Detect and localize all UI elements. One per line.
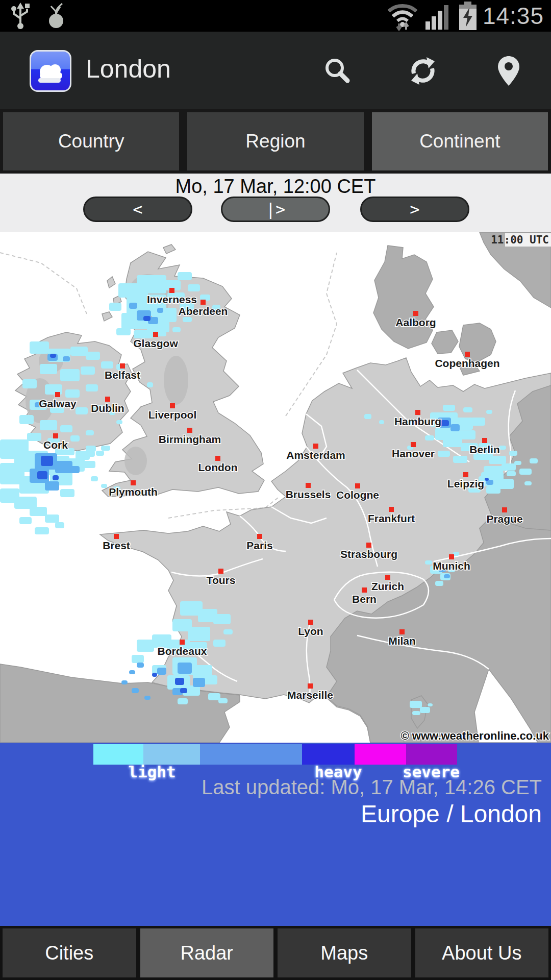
city-label: Milan bbox=[388, 635, 416, 647]
rain-cell-light bbox=[81, 366, 95, 375]
city-label: Dublin bbox=[91, 402, 124, 414]
rain-cell-heavy bbox=[441, 420, 449, 426]
rain-cell-light bbox=[101, 361, 113, 369]
rain-cell-light bbox=[425, 435, 434, 440]
rain-cell-light bbox=[76, 451, 90, 460]
location-pin-icon[interactable] bbox=[493, 55, 524, 87]
legend-swatch-moderate-rain bbox=[200, 744, 302, 765]
city-marker bbox=[201, 300, 206, 305]
play-animation-button[interactable]: |> bbox=[221, 197, 330, 222]
tab-continent[interactable]: Continent bbox=[372, 112, 548, 170]
rain-cell-light bbox=[30, 341, 49, 354]
legend-swatch-very-heavy-rain bbox=[355, 744, 406, 765]
rain-cell-light bbox=[489, 456, 506, 464]
city-label: Paris bbox=[246, 540, 272, 551]
previous-frame-button[interactable]: < bbox=[83, 197, 192, 222]
city-marker bbox=[362, 587, 367, 593]
rain-cell-heavy bbox=[485, 478, 489, 481]
rain-cell-light bbox=[435, 581, 443, 586]
tab-country[interactable]: Country bbox=[3, 112, 179, 170]
city-label: Bern bbox=[352, 593, 377, 605]
legend-swatch-light-moderate-rain bbox=[143, 744, 200, 765]
city-label: Zurich bbox=[371, 580, 404, 592]
city-label: Cork bbox=[43, 439, 68, 451]
rain-cell-light bbox=[463, 407, 472, 412]
rain-cell-heavy bbox=[143, 316, 151, 321]
rain-cell-light bbox=[223, 629, 233, 634]
rain-cell-light bbox=[86, 446, 96, 452]
legend-swatch-light-rain bbox=[93, 744, 143, 765]
city-label: Tours bbox=[207, 574, 236, 586]
city-marker bbox=[218, 569, 223, 574]
rain-cell-light bbox=[147, 382, 153, 387]
tab-region[interactable]: Region bbox=[187, 112, 363, 170]
city-label: Munich bbox=[433, 560, 470, 572]
rain-cell-heavy bbox=[53, 475, 59, 480]
nav-maps[interactable]: Maps bbox=[278, 928, 411, 977]
rain-cell-light bbox=[412, 711, 420, 715]
rain-cell-light bbox=[27, 433, 41, 441]
city-marker bbox=[170, 403, 175, 408]
nav-radar[interactable]: Radar bbox=[140, 928, 274, 977]
city-label: Copenhagen bbox=[435, 357, 499, 369]
city-marker bbox=[366, 543, 371, 548]
rain-cell-medium bbox=[55, 461, 72, 473]
city-label: Prague bbox=[486, 513, 522, 525]
rain-cell-light bbox=[499, 446, 506, 450]
rain-cell-light bbox=[509, 451, 517, 456]
city-marker bbox=[449, 554, 454, 559]
rain-cell-light bbox=[60, 489, 74, 497]
rain-cell-light bbox=[453, 456, 467, 463]
frame-datetime: Mo, 17 Mar, 12:00 CET bbox=[0, 176, 551, 198]
status-clock: 14:35 bbox=[483, 2, 544, 30]
rain-cell-heavy bbox=[37, 471, 47, 479]
city-marker bbox=[55, 392, 60, 397]
rain-cell-medium bbox=[132, 688, 139, 693]
map-copyright: © www.weatheronline.co.uk bbox=[401, 729, 549, 742]
rain-cell-light bbox=[60, 425, 72, 432]
legend-footer: lightheavysevere Last updated: Mo, 17 Ma… bbox=[0, 743, 551, 926]
search-icon[interactable] bbox=[321, 55, 353, 87]
signal-icon bbox=[424, 1, 453, 31]
refresh-icon[interactable] bbox=[407, 55, 439, 87]
city-marker bbox=[257, 534, 262, 539]
rain-cell-light bbox=[86, 352, 100, 360]
city-label: Cologne bbox=[336, 489, 379, 501]
rain-cell-light bbox=[530, 458, 538, 463]
rain-cell-heavy bbox=[50, 354, 56, 358]
rain-cell-heavy bbox=[152, 673, 157, 677]
radar-map[interactable]: InvernessAberdeenGlasgowBelfastGalwayDub… bbox=[0, 232, 551, 743]
city-marker bbox=[411, 442, 416, 447]
rain-cell-light bbox=[410, 701, 422, 708]
rain-cell-light bbox=[109, 303, 121, 311]
city-label: Birmingham bbox=[159, 433, 221, 445]
rain-cell-light bbox=[83, 461, 95, 468]
rain-cell-light bbox=[35, 527, 49, 534]
city-label: Marseille bbox=[287, 689, 333, 701]
map-location-text: Europe / London bbox=[361, 800, 542, 828]
rain-cell-light bbox=[514, 461, 521, 465]
city-marker bbox=[169, 288, 174, 293]
city-marker bbox=[153, 332, 158, 337]
city-label: Hamburg bbox=[394, 415, 441, 427]
city-marker bbox=[131, 480, 136, 485]
rain-cell-light bbox=[45, 514, 59, 523]
rain-cell-medium bbox=[45, 481, 59, 491]
city-label: Bordeaux bbox=[158, 645, 207, 657]
rain-cell-medium bbox=[450, 424, 460, 431]
city-label: Lyon bbox=[298, 625, 323, 637]
city-marker bbox=[306, 483, 311, 488]
last-updated-text: Last updated: Mo, 17 Mar, 14:26 CET bbox=[202, 776, 542, 799]
rain-cell-medium bbox=[121, 680, 128, 684]
scope-tab-bar: Country Region Continent bbox=[0, 109, 551, 174]
nav-about-us[interactable]: About Us bbox=[415, 928, 549, 977]
nav-cities[interactable]: Cities bbox=[3, 928, 136, 977]
onion-icon bbox=[45, 2, 68, 30]
next-frame-button[interactable]: > bbox=[360, 197, 469, 222]
rain-cell-light bbox=[183, 317, 192, 322]
rain-cell-medium bbox=[63, 356, 70, 361]
city-marker bbox=[105, 397, 110, 402]
usb-icon bbox=[9, 2, 32, 30]
rain-cell-medium bbox=[137, 663, 144, 668]
city-label: Berlin bbox=[469, 444, 500, 455]
